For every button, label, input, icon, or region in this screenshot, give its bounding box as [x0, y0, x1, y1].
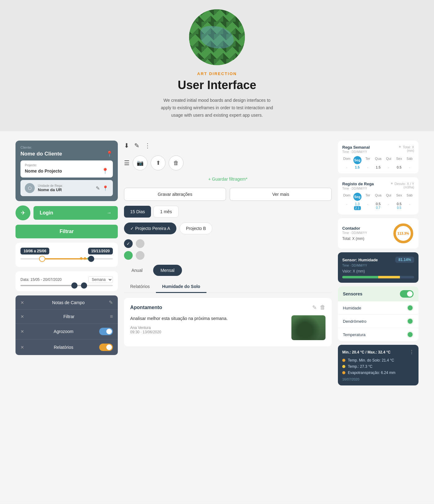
rega-day-qui: Qui — [384, 156, 393, 164]
weather-more-icon[interactable]: ⋮ — [409, 349, 414, 355]
apontamento-delete-icon[interactable]: 🗑 — [320, 304, 326, 311]
semana-select[interactable]: Semana — [88, 276, 113, 283]
weather-title: Min.: 20.4 °C / Max.: 32.4 °C — [342, 350, 391, 354]
weather-item-1: Temp.: 27.3 °C — [342, 364, 414, 369]
ur-icon: ⬡ — [25, 183, 35, 193]
project-tab-b[interactable]: Projecto B — [179, 223, 213, 234]
donut-container: 113.3% — [392, 223, 414, 244]
filtrar-list-icon[interactable]: ≡ — [110, 314, 113, 319]
send-button[interactable]: ✈ — [16, 205, 30, 220]
notas-row-1: ✕ Filtrar ≡ — [16, 310, 118, 324]
toggle-item-1: ✓ — [124, 239, 332, 248]
header-section: ART DIRECTION User Interface We created … — [0, 0, 434, 131]
apontamento-body: Analisar melhor esta situação na próxima… — [130, 315, 326, 340]
main-content: Cliente: Nome do Cliente 📍 Projecto: Nom… — [0, 131, 434, 504]
toggle-circle-1[interactable] — [136, 239, 144, 248]
close-relatorios-icon[interactable]: ✕ — [20, 345, 24, 350]
reg-day-qua: Qua — [374, 193, 383, 201]
add-filter-button[interactable]: + Guardar filtragem* — [124, 175, 332, 183]
mensal-button[interactable]: Mensal — [153, 265, 182, 276]
save-row: Gravar alterações Ver mais — [124, 188, 332, 201]
download-icon[interactable]: ⬇ — [124, 142, 129, 149]
filtrar-button[interactable]: Filtrar — [16, 225, 118, 238]
project-pin-icon[interactable]: 📍 — [102, 168, 108, 174]
anual-button[interactable]: Anual — [124, 265, 150, 276]
hamburger-icon[interactable]: ☰ — [124, 159, 130, 167]
gravar-button[interactable]: Gravar alterações — [124, 188, 226, 201]
rega-semanal-header: Rega Semanal Time · DD/MM/YY ☀ Total: X … — [342, 145, 414, 154]
reg-day-dom: Dom — [342, 193, 352, 201]
close-agrozoom-icon[interactable]: ✕ — [20, 329, 24, 334]
sensores-row-temperatura: Temperatura — [338, 328, 418, 341]
registo-rega-time: Time · DD/MM/YY — [342, 187, 374, 190]
registo-rega-title: Registo de Rega — [342, 182, 374, 186]
toggle-circle-green[interactable] — [124, 251, 133, 260]
close-filtrar-icon[interactable]: ✕ — [20, 314, 24, 319]
week-handle-right[interactable] — [81, 282, 87, 289]
registo-rega-header: Registo de Rega Time · DD/MM/YY ☀ Desvio… — [342, 182, 414, 190]
notas-edit-icon[interactable]: ✎ — [109, 299, 113, 305]
apontamento-header: Apontamento ✎ 🗑 — [130, 304, 326, 311]
weather-text-1: Temp.: 27.3 °C — [348, 364, 373, 369]
apontamento-desc: Analisar melhor esta situação na próxima… — [130, 315, 286, 322]
ur-pin-icon[interactable]: 📍 — [102, 185, 108, 191]
camera-button[interactable]: 📷 — [133, 155, 148, 170]
subtitle: We created initial mood boards and desig… — [158, 97, 276, 119]
notas-row-0: ✕ Notas de Campo ✎ — [16, 295, 118, 310]
apontamento-actions: ✎ 🗑 — [312, 304, 326, 311]
rega-day-sab: Sáb — [405, 156, 414, 164]
project-label: Projecto: — [25, 164, 108, 167]
sensor-title-row: Sensor: Humidade 81.14% — [342, 257, 414, 263]
project-tab-a[interactable]: ✓ Projecto Pereira A — [124, 223, 176, 234]
sensores-toggle[interactable] — [400, 290, 414, 298]
ur-info: Unidade de Rega: Nome da UR — [38, 184, 93, 192]
rega-val-qui: - — [384, 165, 393, 169]
delete-button[interactable]: 🗑 — [169, 155, 184, 170]
sensor-value: Valor: X (mm) — [342, 269, 414, 273]
sensores-temperatura-indicator — [407, 331, 414, 338]
ur-edit-icon[interactable]: ✎ — [96, 185, 100, 191]
rega-val-ter: - — [363, 165, 372, 169]
more-icon[interactable]: ⋮ — [144, 142, 151, 149]
week-slider[interactable] — [20, 285, 113, 286]
sub-tab-relatorios[interactable]: Relatórios — [124, 281, 156, 293]
toggle-circle-gray[interactable] — [136, 251, 144, 260]
close-notas-icon[interactable]: ✕ — [20, 300, 24, 305]
reg-val1-qui: - — [384, 202, 393, 210]
ur-name: Nome da UR — [38, 187, 93, 192]
ver-mais-button[interactable]: Ver mais — [230, 188, 332, 201]
date-slider-track[interactable] — [20, 258, 113, 259]
period-tab-1mes[interactable]: 1 mês — [153, 206, 178, 218]
pin-icon[interactable]: 📍 — [106, 151, 113, 157]
reg-val1-dom: - — [342, 202, 352, 210]
ur-row: ⬡ Unidade de Rega: Nome da UR ✎ 📍 — [20, 180, 113, 196]
rega-day-seg: Seg — [353, 156, 361, 164]
sensores-dendrometro-label: Dendrômetro — [343, 319, 366, 324]
edit-icon[interactable]: ✎ — [134, 142, 140, 149]
center-panel: ⬇ ✎ ⋮ ☰ 📷 ⬆ 🗑 + Guardar filtragem* Grava… — [124, 141, 332, 494]
sub-tab-humidade[interactable]: Humidade do Solo — [156, 281, 206, 293]
login-button[interactable]: Login → — [33, 206, 118, 220]
toolbar: ⬇ ✎ ⋮ — [124, 141, 332, 151]
period-tab-15dias[interactable]: 15 Dias — [124, 206, 151, 218]
weather-dot-0 — [342, 359, 345, 362]
sensor-percentage: 81.14% — [395, 257, 414, 263]
sensor-bar — [342, 276, 414, 278]
apontamento-image — [291, 315, 326, 340]
relatorios-toggle[interactable] — [99, 344, 113, 351]
slider-handle-left[interactable] — [39, 256, 45, 262]
apontamento-author: Ana Ventura — [130, 326, 286, 330]
agrozoom-toggle[interactable] — [99, 328, 113, 335]
rega-val-sab: - — [405, 165, 414, 169]
apontamento-edit-icon[interactable]: ✎ — [312, 304, 317, 311]
sensor-time: Time · DD/MM/YY — [342, 264, 414, 267]
reg-val1-sex: 0.5 0.5 — [395, 202, 404, 210]
donut-label: 113.3% — [397, 232, 409, 235]
sensor-humidade-card: Sensor: Humidade 81.14% Time · DD/MM/YY … — [338, 252, 418, 283]
login-row: ✈ Login → — [16, 205, 118, 220]
week-handle-left[interactable] — [71, 282, 78, 289]
notas-label-3: Relatórios — [28, 345, 99, 350]
slider-handle-right[interactable] — [88, 256, 94, 262]
upload-button[interactable]: ⬆ — [151, 155, 166, 170]
toggle-check-1[interactable]: ✓ — [124, 239, 133, 248]
